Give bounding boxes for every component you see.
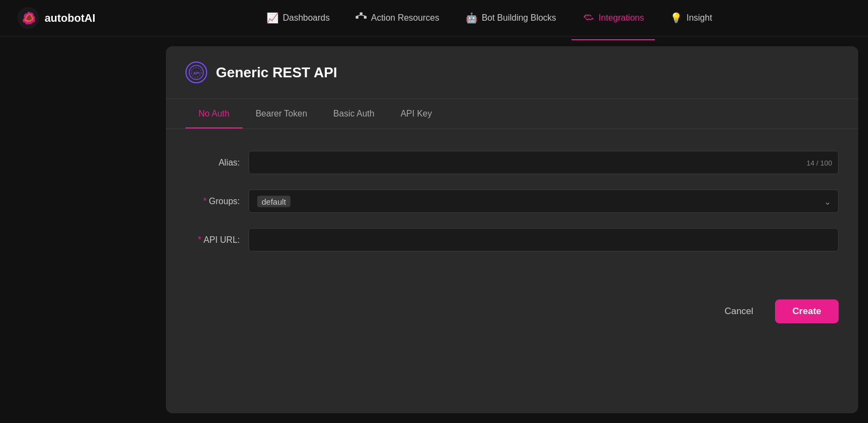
integrations-icon (582, 12, 594, 24)
nav-item-action-resources[interactable]: Action Resources (345, 8, 450, 29)
tab-bearer-token[interactable]: Bearer Token (243, 99, 320, 128)
tab-no-auth-label: No Auth (199, 109, 230, 118)
tab-no-auth[interactable]: No Auth (185, 99, 243, 128)
svg-point-7 (591, 18, 593, 20)
alias-wrapper: 14 / 100 (249, 151, 839, 174)
groups-label: *Groups: (185, 197, 240, 206)
svg-line-4 (357, 15, 362, 16)
form-panel: API Generic REST API No Auth Bearer Toke… (166, 46, 858, 413)
form-title: Generic REST API (216, 64, 337, 81)
main-content: API Generic REST API No Auth Bearer Toke… (0, 36, 868, 423)
insight-icon: 💡 (670, 12, 682, 24)
dashboards-icon: 📈 (266, 12, 278, 24)
svg-point-6 (584, 16, 585, 17)
bot-building-blocks-icon: 🤖 (466, 12, 478, 24)
tab-api-key-label: API Key (400, 109, 432, 118)
svg-line-5 (361, 15, 365, 16)
api-url-required-star: * (198, 235, 201, 244)
nav-label-action-resources: Action Resources (371, 13, 439, 23)
api-url-label: *API URL: (185, 235, 240, 245)
action-resources-icon (356, 12, 367, 24)
svg-rect-2 (360, 12, 363, 15)
tab-basic-auth[interactable]: Basic Auth (320, 99, 388, 128)
alias-label: Alias: (185, 158, 240, 168)
tabs-bar: No Auth Bearer Token Basic Auth API Key (166, 99, 858, 129)
groups-row: *Groups: default production staging deve… (185, 189, 839, 213)
nav-item-bot-building-blocks[interactable]: 🤖 Bot Building Blocks (455, 8, 567, 28)
nav-label-integrations: Integrations (599, 13, 644, 23)
groups-select[interactable]: default production staging development (249, 189, 839, 213)
tab-bearer-token-label: Bearer Token (256, 109, 307, 118)
tab-api-key[interactable]: API Key (387, 99, 445, 128)
navbar: autobotAI 📈 Dashboards Action Resources … (0, 0, 868, 36)
nav-label-dashboards: Dashboards (283, 13, 330, 23)
svg-text:API: API (193, 71, 200, 75)
create-button[interactable]: Create (775, 299, 839, 323)
alias-row: Alias: 14 / 100 (185, 151, 839, 174)
groups-wrapper: default production staging development d… (249, 189, 839, 213)
api-url-input[interactable] (249, 228, 839, 252)
alias-input[interactable] (249, 151, 839, 174)
api-icon: API (185, 62, 207, 83)
tab-basic-auth-label: Basic Auth (333, 109, 375, 118)
logo-text: autobotAI (45, 12, 95, 24)
cancel-button[interactable]: Cancel (711, 299, 766, 323)
logo[interactable]: autobotAI (17, 7, 95, 29)
groups-required-star: * (203, 197, 207, 206)
nav-item-integrations[interactable]: Integrations (572, 8, 655, 28)
form-body: Alias: 14 / 100 *Groups: default product… (166, 129, 858, 283)
nav-label-bot-building-blocks: Bot Building Blocks (482, 13, 556, 23)
svg-rect-1 (356, 16, 358, 19)
api-url-row: *API URL: (185, 228, 839, 252)
form-actions: Cancel Create (166, 289, 858, 340)
nav-label-insight: Insight (686, 13, 712, 23)
svg-rect-3 (364, 16, 367, 19)
nav-links: 📈 Dashboards Action Resources 🤖 Bot Buil… (128, 8, 851, 29)
form-header: API Generic REST API (166, 46, 858, 99)
left-panel (0, 36, 166, 423)
nav-item-insight[interactable]: 💡 Insight (659, 8, 723, 28)
nav-item-dashboards[interactable]: 📈 Dashboards (256, 8, 340, 28)
